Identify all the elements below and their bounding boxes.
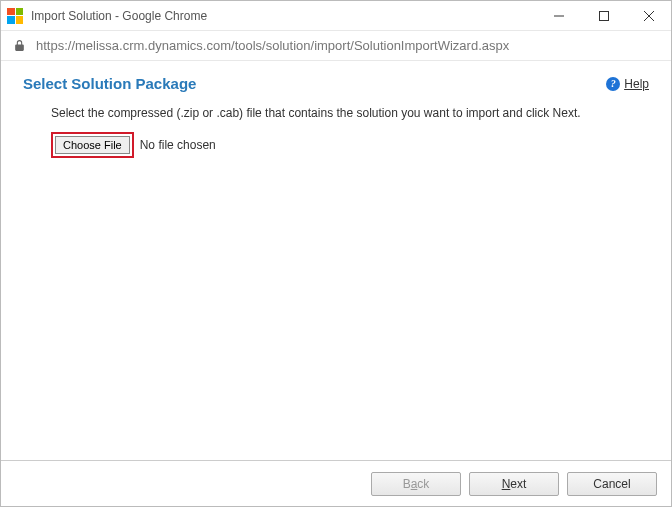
help-link[interactable]: ? Help [606,77,649,91]
svg-rect-1 [599,11,608,20]
wizard-content: Select Solution Package ? Help Select th… [1,61,671,460]
choose-file-highlight: Choose File [51,132,134,158]
file-status-text: No file chosen [140,138,216,152]
window-titlebar: Import Solution - Google Chrome [1,1,671,31]
back-button[interactable]: Back [371,472,461,496]
window-controls [536,1,671,30]
minimize-button[interactable] [536,1,581,30]
close-button[interactable] [626,1,671,30]
url-text: https://melissa.crm.dynamics.com/tools/s… [36,38,509,53]
help-icon: ? [606,77,620,91]
choose-file-button[interactable]: Choose File [55,136,130,154]
instruction-text: Select the compressed (.zip or .cab) fil… [51,106,611,120]
app-logo-icon [7,8,23,24]
file-picker-row: Choose File No file chosen [51,132,649,158]
page-title: Select Solution Package [23,75,196,92]
wizard-footer: Back Next Cancel [1,460,671,506]
window-title: Import Solution - Google Chrome [31,9,207,23]
next-button[interactable]: Next [469,472,559,496]
address-bar: https://melissa.crm.dynamics.com/tools/s… [1,31,671,61]
cancel-button[interactable]: Cancel [567,472,657,496]
help-label: Help [624,77,649,91]
maximize-button[interactable] [581,1,626,30]
lock-icon [13,39,26,52]
